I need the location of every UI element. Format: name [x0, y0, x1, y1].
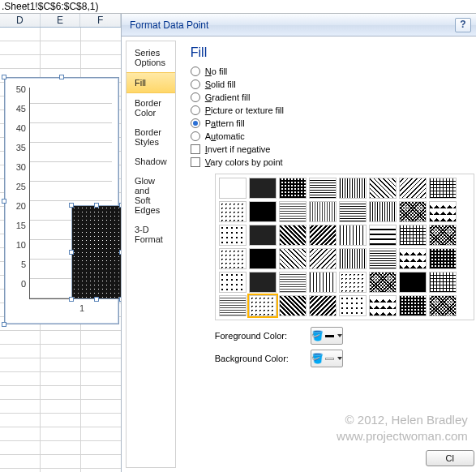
- nav-border-color[interactable]: Border Color: [127, 93, 175, 122]
- pattern-swatch[interactable]: [339, 201, 367, 222]
- xtick: 1: [79, 303, 84, 313]
- pattern-swatch[interactable]: [309, 178, 337, 199]
- nav-fill[interactable]: Fill: [127, 72, 175, 93]
- ytick: 50: [6, 84, 26, 94]
- nav-shadow[interactable]: Shadow: [127, 152, 175, 171]
- pattern-swatch[interactable]: [279, 178, 307, 199]
- pattern-swatch[interactable]: [309, 201, 337, 222]
- col-header[interactable]: E: [41, 14, 81, 27]
- pattern-swatch[interactable]: [279, 225, 307, 246]
- pattern-swatch[interactable]: [249, 201, 277, 222]
- pattern-swatch[interactable]: [339, 295, 367, 316]
- pattern-swatch[interactable]: [249, 272, 277, 293]
- close-button[interactable]: Cl: [426, 450, 474, 466]
- pattern-swatch-grid: [215, 174, 474, 320]
- formula-bar[interactable]: .Sheet1!$C$6:$C$8,1): [0, 0, 476, 14]
- pattern-swatch[interactable]: [219, 178, 247, 199]
- radio-pattern-fill[interactable]: Pattern fill: [191, 118, 474, 128]
- pattern-swatch[interactable]: [309, 248, 337, 269]
- nav-3d-format[interactable]: 3-D Format: [127, 220, 175, 249]
- resize-handle[interactable]: [2, 75, 6, 79]
- watermark: © 2012, Helen Bradley www.projectwoman.c…: [337, 412, 468, 444]
- pattern-swatch[interactable]: [429, 248, 457, 269]
- pattern-swatch[interactable]: [429, 178, 457, 199]
- pattern-swatch[interactable]: [219, 295, 247, 316]
- col-header[interactable]: F: [80, 14, 121, 27]
- foreground-color-button[interactable]: 🪣: [311, 327, 343, 345]
- pattern-swatch[interactable]: [219, 272, 247, 293]
- pattern-swatch[interactable]: [369, 225, 397, 246]
- pattern-swatch[interactable]: [279, 295, 307, 316]
- point-handle[interactable]: [69, 297, 74, 302]
- ytick: 5: [6, 260, 26, 269]
- plot-area[interactable]: [29, 88, 112, 299]
- radio-automatic[interactable]: Automatic: [191, 131, 474, 141]
- pattern-swatch[interactable]: [369, 295, 397, 316]
- pattern-swatch[interactable]: [429, 295, 457, 316]
- ytick: 35: [6, 143, 26, 152]
- dialog-titlebar[interactable]: Format Data Point ?: [122, 14, 476, 36]
- point-handle[interactable]: [94, 203, 99, 208]
- pattern-swatch[interactable]: [339, 248, 367, 269]
- pattern-swatch[interactable]: [339, 272, 367, 293]
- pattern-swatch[interactable]: [369, 272, 397, 293]
- watermark-line: © 2012, Helen Bradley: [337, 412, 468, 428]
- pattern-swatch-selected[interactable]: [249, 295, 277, 316]
- pattern-swatch[interactable]: [279, 272, 307, 293]
- pattern-swatch[interactable]: [279, 248, 307, 269]
- pattern-swatch[interactable]: [429, 225, 457, 246]
- nav-series-options[interactable]: Series Options: [127, 43, 175, 72]
- radio-gradient-fill[interactable]: Gradient fill: [191, 92, 474, 102]
- pattern-swatch[interactable]: [399, 178, 427, 199]
- dialog-nav: Series Options Fill Border Color Border …: [122, 37, 179, 471]
- pattern-swatch[interactable]: [249, 178, 277, 199]
- resize-handle[interactable]: [2, 322, 6, 327]
- data-bar[interactable]: [72, 206, 121, 298]
- ytick: 40: [6, 123, 26, 133]
- check-invert-negative[interactable]: Invert if negative: [191, 144, 474, 154]
- col-header[interactable]: D: [0, 14, 41, 27]
- nav-glow-soft-edges[interactable]: Glow and Soft Edges: [127, 171, 175, 220]
- pattern-swatch[interactable]: [369, 201, 397, 222]
- pattern-swatch[interactable]: [369, 248, 397, 269]
- pattern-swatch[interactable]: [219, 225, 247, 246]
- pattern-swatch[interactable]: [249, 248, 277, 269]
- pattern-swatch[interactable]: [279, 201, 307, 222]
- panel-heading: Fill: [191, 45, 474, 60]
- check-vary-colors[interactable]: Vary colors by point: [191, 157, 474, 167]
- pattern-swatch[interactable]: [399, 272, 427, 293]
- color-swatch-icon: [325, 358, 334, 360]
- pattern-swatch[interactable]: [429, 272, 457, 293]
- radio-picture-fill[interactable]: Picture or texture fill: [191, 105, 474, 115]
- pattern-swatch[interactable]: [399, 225, 427, 246]
- radio-solid-fill[interactable]: Solid fill: [191, 79, 474, 89]
- help-button[interactable]: ?: [455, 18, 471, 32]
- embedded-chart[interactable]: 50 45 40 35 30 25 20 15 10 5 0 1: [4, 77, 119, 324]
- radio-no-fill[interactable]: No fill: [191, 67, 474, 76]
- point-handle[interactable]: [69, 250, 74, 255]
- pattern-swatch[interactable]: [369, 178, 397, 199]
- pattern-swatch[interactable]: [339, 225, 367, 246]
- nav-border-styles[interactable]: Border Styles: [127, 122, 175, 152]
- pattern-swatch[interactable]: [339, 178, 367, 199]
- pattern-swatch[interactable]: [309, 272, 337, 293]
- point-handle[interactable]: [69, 203, 74, 208]
- pattern-swatch[interactable]: [309, 225, 337, 246]
- ytick: 15: [6, 221, 26, 230]
- pattern-swatch[interactable]: [399, 248, 427, 269]
- formula-text: .Sheet1!$C$6:$C$8,1): [2, 1, 98, 12]
- pattern-swatch[interactable]: [309, 295, 337, 316]
- background-color-button[interactable]: 🪣: [311, 350, 343, 367]
- resize-handle[interactable]: [59, 75, 64, 79]
- pattern-swatch[interactable]: [219, 248, 247, 269]
- pattern-swatch[interactable]: [219, 201, 247, 222]
- pattern-swatch[interactable]: [399, 201, 427, 222]
- pattern-swatch[interactable]: [399, 295, 427, 316]
- dropdown-caret-icon: [337, 357, 342, 360]
- watermark-line: www.projectwoman.com: [337, 428, 468, 444]
- ytick: 30: [6, 162, 26, 172]
- pattern-swatch[interactable]: [429, 201, 457, 222]
- point-handle[interactable]: [94, 297, 99, 302]
- dialog-title: Format Data Point: [130, 19, 208, 31]
- pattern-swatch[interactable]: [249, 225, 277, 246]
